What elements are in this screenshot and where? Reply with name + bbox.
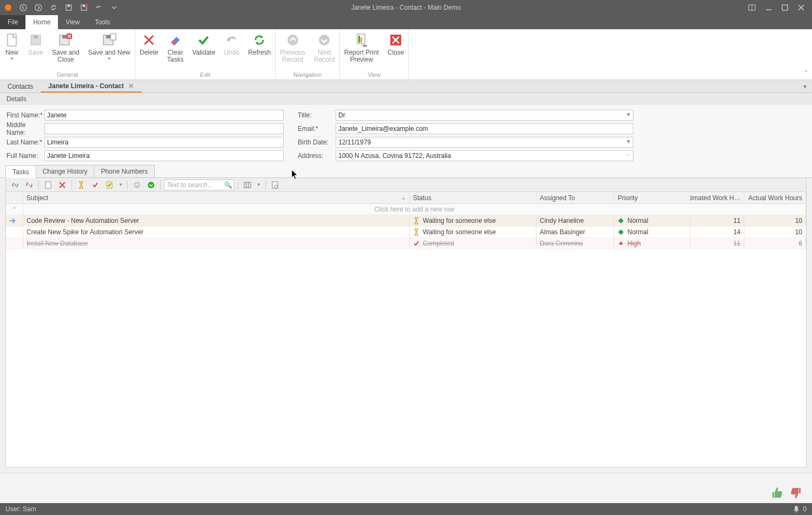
previous-record-button[interactable]: Previous Record [276, 29, 310, 70]
tab-change-history[interactable]: Change History [36, 165, 95, 177]
label-full-name: Full Name: [6, 152, 44, 160]
svg-rect-19 [106, 35, 110, 38]
title-select[interactable]: Dr▼ [336, 110, 633, 121]
delete-row-icon[interactable] [56, 180, 68, 190]
column-indicator[interactable] [6, 192, 23, 203]
clear-tasks-button[interactable]: Clear Tasks [162, 29, 188, 70]
report-icon [354, 32, 369, 48]
ribbon: New▼ Save Save and Close Save and New▼ G… [0, 29, 812, 80]
svg-rect-25 [361, 37, 362, 43]
chevron-down-icon[interactable]: ▼ [626, 138, 631, 144]
column-status[interactable]: Status [410, 192, 536, 203]
label-middle-name: Middle Name: [6, 121, 44, 136]
undo-button[interactable]: Undo [220, 29, 244, 70]
next-record-button[interactable]: Next Record [310, 29, 339, 70]
form-panel: First Name:*Janete Middle Name: Last Nam… [0, 105, 812, 165]
svg-rect-14 [34, 35, 38, 38]
birth-date-input[interactable]: 12/11/1979▼ [336, 137, 633, 148]
close-button-ribbon[interactable]: Close [383, 29, 409, 70]
close-icon [388, 32, 403, 48]
close-button[interactable] [798, 4, 804, 11]
qat-forward-icon[interactable] [32, 2, 44, 14]
column-estimated[interactable]: Estimated Work H… [690, 192, 744, 203]
bell-icon[interactable] [793, 505, 800, 513]
qat-back-icon[interactable] [17, 2, 29, 14]
status-icon [413, 217, 420, 224]
save-button[interactable]: Save [24, 29, 48, 70]
dropdown-small-icon[interactable]: ▼ [117, 180, 124, 190]
label-email: Email:* [298, 125, 336, 133]
status-user: User: Sam [5, 505, 36, 513]
columns-icon[interactable] [241, 180, 253, 190]
refresh-button[interactable]: Refresh [244, 29, 275, 70]
label-first-name: First Name:* [6, 111, 44, 119]
chevron-down-icon[interactable]: ▼ [626, 111, 631, 117]
minimize-button[interactable] [765, 4, 772, 11]
grid-search-input[interactable]: Text to search…🔍 [164, 180, 234, 190]
tab-close-icon[interactable]: ✕ [128, 82, 134, 90]
status-icon [413, 240, 420, 247]
middle-name-input[interactable] [44, 123, 284, 134]
check-small-icon[interactable] [89, 180, 101, 190]
email-input[interactable]: Janete_Limeira@example.com [336, 123, 633, 134]
menu-tab-tools[interactable]: Tools [87, 15, 117, 29]
menu-tab-file[interactable]: File [0, 15, 25, 29]
qat-undo-icon[interactable] [93, 2, 105, 14]
arrow-down-small-icon[interactable] [145, 180, 157, 190]
new-row-icon[interactable] [42, 180, 54, 190]
titlebar: Janete Limeira - Contact - Main Demo [0, 0, 812, 15]
tab-overflow-icon[interactable]: ▾ [803, 83, 807, 90]
new-button[interactable]: New▼ [0, 29, 24, 70]
column-actual[interactable]: Actual Work Hours [744, 192, 806, 203]
menu-tab-home[interactable]: Home [25, 15, 58, 29]
first-name-input[interactable]: Janete [44, 110, 284, 121]
tab-phone-numbers[interactable]: Phone Numbers [94, 165, 155, 177]
save-new-button[interactable]: Save and New▼ [84, 29, 135, 70]
column-priority[interactable]: Priority [614, 192, 690, 203]
save-close-button[interactable]: Save and Close [48, 29, 84, 70]
sort-asc-icon: ▲ [401, 195, 406, 201]
thumbs-down-icon[interactable] [789, 486, 803, 500]
ribbon-collapse-icon[interactable]: ˄ [804, 70, 808, 77]
preview-small-icon[interactable] [269, 180, 281, 190]
qat-save-close-icon[interactable] [78, 2, 90, 14]
qat-refresh-icon[interactable] [48, 2, 60, 14]
priority-icon [618, 217, 624, 224]
grid-new-row[interactable]: * Click here to add a new row [6, 204, 806, 215]
hourglass-icon[interactable] [75, 180, 87, 190]
thumbs-up-icon[interactable] [770, 486, 784, 500]
search-icon[interactable]: 🔍 [224, 181, 232, 189]
validate-button[interactable]: Validate [188, 29, 219, 70]
unlink-icon[interactable] [23, 180, 35, 190]
delete-button[interactable]: Delete [135, 29, 163, 70]
refresh-icon [252, 32, 267, 48]
document-tabs: Contacts Janete Limeira - Contact✕ ▾ [0, 80, 812, 93]
column-subject[interactable]: Subject▲ [23, 192, 410, 203]
task-check-icon[interactable] [103, 180, 115, 190]
report-print-preview-button[interactable]: Report Print Preview [340, 29, 383, 70]
maximize-button[interactable] [782, 4, 788, 11]
svg-rect-4 [68, 5, 70, 7]
table-row[interactable]: Code Review - New Automation ServerWaiti… [6, 215, 806, 227]
last-name-input[interactable]: Limeira [44, 137, 284, 148]
doc-tab-contacts[interactable]: Contacts [0, 80, 41, 93]
save-close-icon [58, 32, 73, 48]
feedback-bar [0, 473, 812, 503]
qat-customize-icon[interactable] [108, 2, 120, 14]
column-assigned-to[interactable]: Assigned To [536, 192, 614, 203]
address-input[interactable]: 1000 N Azusa, Covina 91722, Australia⋯ [336, 150, 633, 161]
link-icon[interactable] [9, 180, 21, 190]
table-row[interactable]: Install New DatabaseCompletedDora Crimmi… [6, 238, 806, 249]
app-icon[interactable] [2, 2, 14, 14]
full-name-input[interactable]: Janete Limeira [44, 150, 284, 161]
layout-toggle-icon[interactable] [748, 4, 756, 11]
ellipsis-icon[interactable]: ⋯ [626, 152, 631, 158]
svg-point-21 [287, 35, 298, 45]
qat-save-icon[interactable] [63, 2, 75, 14]
table-row[interactable]: Create New Spike for Automation ServerWa… [6, 227, 806, 238]
tab-tasks[interactable]: Tasks [5, 166, 36, 178]
dropdown-small-icon-2[interactable]: ▼ [256, 180, 262, 190]
doc-tab-current[interactable]: Janete Limeira - Contact✕ [41, 80, 141, 93]
menu-tab-view[interactable]: View [58, 15, 87, 29]
arrow-up-small-icon[interactable] [131, 180, 143, 190]
